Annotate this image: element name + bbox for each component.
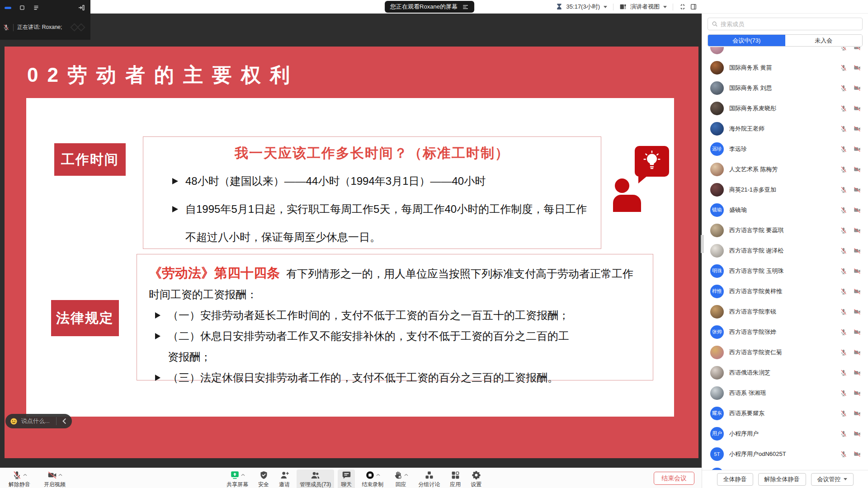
chat-placeholder[interactable]: 说点什么... <box>21 417 52 425</box>
camera-off-icon[interactable] <box>854 166 861 173</box>
mic-muted-icon[interactable] <box>840 166 847 173</box>
member-row[interactable] <box>702 47 868 57</box>
member-row[interactable]: 梓惟西方语言学院黄梓惟 <box>702 281 868 301</box>
view-dropdown-icon[interactable] <box>663 6 667 8</box>
member-row[interactable]: 西方语言学院资仁菊 <box>702 342 868 362</box>
toolbar-item-members[interactable]: 管理成员(73) <box>297 469 334 488</box>
member-row[interactable]: 商英21-1赤多亚加 <box>702 179 868 200</box>
mic-muted-icon[interactable] <box>840 369 847 376</box>
camera-off-icon[interactable] <box>854 308 861 315</box>
camera-off-icon[interactable] <box>854 410 861 417</box>
mic-muted-icon[interactable] <box>840 105 847 112</box>
restore-window-icon[interactable] <box>19 5 25 11</box>
mic-muted-icon[interactable] <box>840 288 847 295</box>
mic-muted-icon[interactable] <box>840 389 847 397</box>
mini-window[interactable]: 正在讲话: Roxane; <box>0 0 90 40</box>
camera-off-icon[interactable] <box>854 145 861 153</box>
toolbar-item-stop-record[interactable]: 结束录制 <box>359 469 387 488</box>
member-row[interactable]: 国际商务系 刘思 <box>702 78 868 98</box>
mic-muted-icon[interactable] <box>840 84 847 92</box>
mic-muted-icon[interactable] <box>840 145 847 153</box>
camera-off-icon[interactable] <box>854 125 861 132</box>
collapse-chat-icon[interactable] <box>60 417 69 426</box>
member-row[interactable]: 人文艺术系 陈梅芳 <box>702 159 868 179</box>
search-members[interactable] <box>708 18 863 30</box>
toolbar-item-hand[interactable]: 回应 <box>390 469 411 488</box>
camera-off-icon[interactable] <box>854 64 861 71</box>
meeting-control-button[interactable]: 会议管控 <box>811 473 854 486</box>
member-row[interactable]: 海外院王老师 <box>702 118 868 139</box>
toolbar-item-chat[interactable]: 聊天 <box>338 469 355 488</box>
mic-muted-icon[interactable] <box>840 450 847 458</box>
view-mode-label[interactable]: 演讲者视图 <box>630 3 660 11</box>
member-row[interactable]: 西方语言学院李锐 <box>702 301 868 322</box>
member-row[interactable]: 5T小程序用户odN6025T <box>702 444 868 464</box>
toolbar-item-cam-muted[interactable]: 开启视频 <box>41 469 69 488</box>
search-input[interactable] <box>721 21 859 28</box>
camera-off-icon[interactable] <box>854 389 861 397</box>
mic-muted-icon[interactable] <box>840 349 847 356</box>
toggle-panel-icon[interactable] <box>690 3 697 10</box>
layout-list-icon[interactable] <box>33 5 39 11</box>
emoji-icon[interactable] <box>10 418 18 425</box>
camera-off-icon[interactable] <box>854 84 861 92</box>
panel-resize-handle[interactable] <box>700 235 704 253</box>
chevron-up-icon[interactable] <box>404 474 408 476</box>
camera-off-icon[interactable] <box>854 247 861 254</box>
member-row[interactable]: 西语俄语朱润芝 <box>702 362 868 383</box>
mute-all-button[interactable]: 全体静音 <box>717 473 753 486</box>
member-row[interactable]: 用户小程序用户 <box>702 464 868 470</box>
mic-muted-icon[interactable] <box>840 247 847 254</box>
mic-muted-icon[interactable] <box>840 308 847 315</box>
chevron-up-icon[interactable] <box>58 474 62 476</box>
mic-muted-icon[interactable] <box>840 267 847 275</box>
member-row[interactable]: 远珍李远珍 <box>702 139 868 159</box>
mic-muted-icon[interactable] <box>840 206 847 214</box>
camera-off-icon[interactable] <box>854 105 861 112</box>
camera-off-icon[interactable] <box>854 267 861 275</box>
quick-chat-bar[interactable]: 说点什么... <box>5 414 72 428</box>
camera-off-icon[interactable] <box>854 47 861 51</box>
camera-off-icon[interactable] <box>854 450 861 458</box>
camera-off-icon[interactable] <box>854 369 861 376</box>
toolbar-item-share-screen[interactable]: 共享屏幕 <box>223 469 251 488</box>
camera-off-icon[interactable] <box>854 430 861 437</box>
chevron-up-icon[interactable] <box>23 474 27 476</box>
member-row[interactable]: 用户小程序用户 <box>702 423 868 444</box>
camera-off-icon[interactable] <box>854 328 861 336</box>
mic-muted-icon[interactable] <box>840 227 847 234</box>
toolbar-item-breakout[interactable]: 分组讨论 <box>415 469 443 488</box>
member-row[interactable]: 镜瑜盛镜瑜 <box>702 200 868 220</box>
mic-muted-icon[interactable] <box>840 410 847 417</box>
chevron-up-icon[interactable] <box>376 474 380 476</box>
toolbar-item-gear[interactable]: 设置 <box>467 469 485 488</box>
share-banner-menu-icon[interactable] <box>462 4 469 10</box>
camera-off-icon[interactable] <box>854 186 861 193</box>
timer-dropdown-icon[interactable] <box>604 6 607 8</box>
member-row[interactable]: 西语系 张湘瑶 <box>702 383 868 403</box>
mic-muted-icon[interactable] <box>840 328 847 336</box>
camera-off-icon[interactable] <box>854 227 861 234</box>
chevron-up-icon[interactable] <box>241 474 245 476</box>
member-row[interactable]: 张烨西方语言学院张烨 <box>702 322 868 342</box>
segment-not-joined[interactable]: 未入会 <box>785 35 863 46</box>
toolbar-item-mic-muted[interactable]: 解除静音 <box>5 469 33 488</box>
camera-off-icon[interactable] <box>854 288 861 295</box>
expand-mini-icon[interactable] <box>78 4 85 11</box>
unmute-all-button[interactable]: 解除全体静音 <box>758 473 806 486</box>
mic-muted-icon[interactable] <box>840 186 847 193</box>
mic-muted-icon[interactable] <box>840 125 847 132</box>
toolbar-item-invite[interactable]: 邀请 <box>276 469 293 488</box>
camera-off-icon[interactable] <box>854 349 861 356</box>
toolbar-item-shield[interactable]: 安全 <box>255 469 272 488</box>
mic-muted-icon[interactable] <box>840 47 847 51</box>
mic-muted-icon[interactable] <box>840 430 847 437</box>
toolbar-item-apps[interactable]: 应用 <box>447 469 464 488</box>
member-row[interactable]: 国际商务系麦晓彤 <box>702 98 868 118</box>
exit-fullscreen-icon[interactable] <box>679 3 686 10</box>
end-meeting-button[interactable]: 结束会议 <box>654 472 694 485</box>
member-row[interactable]: 明珠西方语言学院 玉明珠 <box>702 261 868 281</box>
member-row[interactable]: 西方语言学院 谢泽松 <box>702 240 868 261</box>
member-row[interactable]: 国际商务系 黄苗 <box>702 57 868 78</box>
segment-in-meeting[interactable]: 会议中(73) <box>708 35 785 46</box>
